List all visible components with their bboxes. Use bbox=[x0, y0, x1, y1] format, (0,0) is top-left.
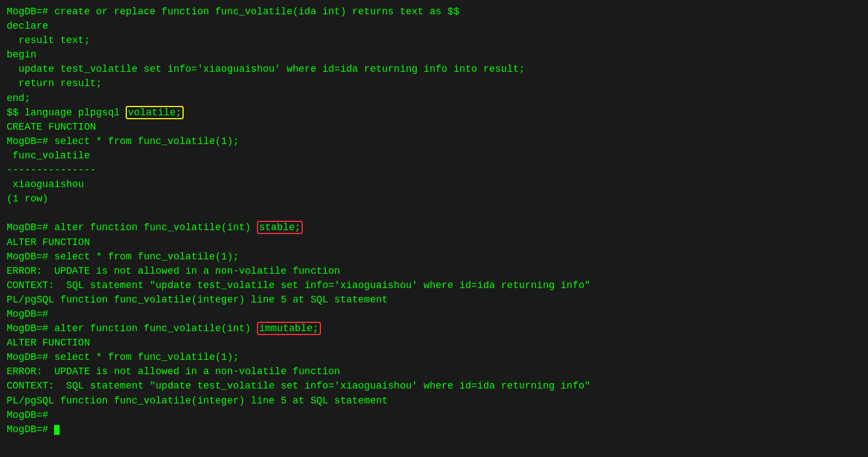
line11: func_volatile bbox=[7, 148, 861, 163]
line20: CONTEXT: SQL statement "update test_vola… bbox=[7, 278, 861, 293]
line7: end; bbox=[7, 91, 861, 105]
line26: ERROR: UPDATE is not allowed in a non-vo… bbox=[7, 364, 861, 379]
line23: MogDB=# alter function func_volatile(int… bbox=[7, 321, 861, 336]
line21: PL/pgSQL function func_volatile(integer)… bbox=[7, 293, 861, 307]
line18: MogDB=# select * from func_volatile(1); bbox=[7, 249, 861, 264]
line27: CONTEXT: SQL statement "update test_vola… bbox=[7, 379, 861, 393]
line29: MogDB=# bbox=[7, 408, 861, 422]
line25: MogDB=# select * from func_volatile(1); bbox=[7, 350, 861, 364]
stable-highlight: stable; bbox=[257, 221, 303, 234]
line17: ALTER FUNCTION bbox=[7, 235, 861, 249]
empty-line1 bbox=[7, 206, 861, 220]
volatile-highlight: volatile; bbox=[126, 106, 184, 119]
line8: $$ language plpgsql volatile; bbox=[7, 105, 861, 120]
line10: MogDB=# select * from func_volatile(1); bbox=[7, 134, 861, 148]
line12: --------------- bbox=[7, 163, 861, 177]
line16-prefix: MogDB=# alter function func_volatile(int… bbox=[7, 222, 257, 233]
cursor-block bbox=[54, 425, 60, 435]
immutable-highlight: immutable; bbox=[257, 322, 321, 335]
line30: MogDB=# bbox=[7, 422, 861, 437]
line22: MogDB=# bbox=[7, 307, 861, 321]
line23-prefix: MogDB=# alter function func_volatile(int… bbox=[7, 323, 257, 334]
line6: return result; bbox=[7, 76, 861, 91]
line2: declare bbox=[7, 19, 861, 33]
line9: CREATE FUNCTION bbox=[7, 120, 861, 134]
line4: begin bbox=[7, 47, 861, 62]
line8-prefix: $$ language plpgsql bbox=[7, 107, 126, 118]
line14: (1 row) bbox=[7, 192, 861, 206]
line24: ALTER FUNCTION bbox=[7, 336, 861, 350]
line1: MogDB=# create or replace function func_… bbox=[7, 4, 861, 19]
line13: xiaoguaishou bbox=[7, 177, 861, 192]
line3: result text; bbox=[7, 33, 861, 47]
line16: MogDB=# alter function func_volatile(int… bbox=[7, 220, 861, 235]
line28: PL/pgSQL function func_volatile(integer)… bbox=[7, 394, 861, 408]
line5: update test_volatile set info='xiaoguais… bbox=[7, 62, 861, 76]
terminal: MogDB=# create or replace function func_… bbox=[7, 4, 861, 437]
line19: ERROR: UPDATE is not allowed in a non-vo… bbox=[7, 264, 861, 278]
